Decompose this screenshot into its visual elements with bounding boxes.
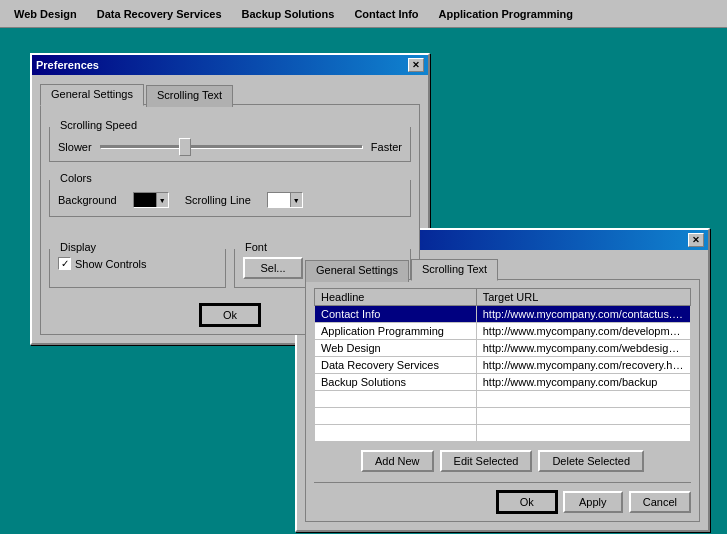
table-row-empty-1 — [315, 391, 691, 408]
row-headline: Web Design — [315, 340, 477, 357]
row-url: http://www.mycompany.com/developme... — [476, 323, 690, 340]
display-group: Display ✓ Show Controls — [49, 249, 226, 288]
dialog-2: Preferences ✕ General Settings Scrolling… — [295, 228, 710, 532]
scrolling-line-label: Scrolling Line — [185, 194, 251, 206]
menu-item-contactinfo[interactable]: Contact Info — [344, 4, 428, 24]
dialog-2-tabs: General Settings Scrolling Text — [305, 258, 700, 280]
background-color-swatch[interactable]: ▼ — [133, 192, 169, 208]
menu-item-appprog[interactable]: Application Programming — [429, 4, 583, 24]
scrollingline-swatch-arrow[interactable]: ▼ — [290, 193, 302, 207]
font-label: Font — [241, 241, 271, 253]
tab-scrolling-text-1[interactable]: Scrolling Text — [146, 85, 233, 107]
speed-slider-track[interactable] — [100, 145, 363, 149]
colors-group: Colors Background ▼ Scrolling Line ▼ — [49, 180, 411, 217]
dialog-2-content: General Settings Scrolling Text Headline… — [297, 250, 708, 530]
table-row[interactable]: Web Design http://www.mycompany.com/webd… — [315, 340, 691, 357]
slower-label: Slower — [58, 141, 92, 153]
menu-item-datarecovery[interactable]: Data Recovery Services — [87, 4, 232, 24]
speed-slider-thumb[interactable] — [179, 138, 191, 156]
table-row[interactable]: Contact Info http://www.mycompany.com/co… — [315, 306, 691, 323]
row-url: http://www.mycompany.com/contactus.h... — [476, 306, 690, 323]
menu-bar: Web Design Data Recovery Services Backup… — [0, 0, 727, 28]
col-headline: Headline — [315, 289, 477, 306]
background-swatch-arrow[interactable]: ▼ — [156, 193, 168, 207]
scrolling-speed-group: Scrolling Speed Slower Faster — [49, 127, 411, 162]
dialog-1-tabs: General Settings Scrolling Text — [40, 83, 420, 105]
faster-label: Faster — [371, 141, 402, 153]
display-label: Display — [56, 241, 100, 253]
table-row-empty-2 — [315, 408, 691, 425]
dialog-1-title: Preferences — [36, 59, 99, 71]
colors-label: Colors — [56, 172, 96, 184]
scrolling-speed-label: Scrolling Speed — [56, 119, 141, 131]
table-row-empty-3 — [315, 425, 691, 442]
dialog-2-tab-panel: Headline Target URL Contact Info http://… — [305, 279, 700, 522]
font-select-button[interactable]: Sel... — [243, 257, 303, 279]
tab-general-settings-2[interactable]: General Settings — [305, 260, 409, 282]
table-row[interactable]: Backup Solutions http://www.mycompany.co… — [315, 374, 691, 391]
delete-selected-button[interactable]: Delete Selected — [538, 450, 644, 472]
show-controls-row: ✓ Show Controls — [58, 257, 217, 270]
show-controls-label: Show Controls — [75, 258, 147, 270]
dialog-2-apply-button[interactable]: Apply — [563, 491, 623, 513]
row-headline: Data Recovery Services — [315, 357, 477, 374]
row-headline: Application Programming — [315, 323, 477, 340]
menu-item-backup[interactable]: Backup Solutions — [232, 4, 345, 24]
row-url: http://www.mycompany.com/webdesign.... — [476, 340, 690, 357]
dialog-1-ok-button[interactable]: Ok — [200, 304, 260, 326]
row-headline: Contact Info — [315, 306, 477, 323]
dialog-2-cancel-button[interactable]: Cancel — [629, 491, 691, 513]
menu-item-webdesign[interactable]: Web Design — [4, 4, 87, 24]
background-label: Background — [58, 194, 117, 206]
dialog-1-close-button[interactable]: ✕ — [408, 58, 424, 72]
show-controls-checkbox[interactable]: ✓ — [58, 257, 71, 270]
desktop: Preferences ✕ General Settings Scrolling… — [0, 28, 727, 534]
table-row[interactable]: Application Programming http://www.mycom… — [315, 323, 691, 340]
dialog-2-close-button[interactable]: ✕ — [688, 233, 704, 247]
tab-general-settings-1[interactable]: General Settings — [40, 84, 144, 106]
add-new-button[interactable]: Add New — [361, 450, 434, 472]
edit-selected-button[interactable]: Edit Selected — [440, 450, 533, 472]
row-url: http://www.mycompany.com/recovery.html — [476, 357, 690, 374]
dialog-2-ok-button[interactable]: Ok — [497, 491, 557, 513]
scrollingline-color-swatch[interactable]: ▼ — [267, 192, 303, 208]
dialog-1-titlebar: Preferences ✕ — [32, 55, 428, 75]
col-url: Target URL — [476, 289, 690, 306]
row-url: http://www.mycompany.com/backup — [476, 374, 690, 391]
row-headline: Backup Solutions — [315, 374, 477, 391]
scrolling-text-table: Headline Target URL Contact Info http://… — [314, 288, 691, 442]
slider-container: Slower Faster — [58, 141, 402, 153]
table-row[interactable]: Data Recovery Services http://www.mycomp… — [315, 357, 691, 374]
tab-scrolling-text-2[interactable]: Scrolling Text — [411, 259, 498, 281]
